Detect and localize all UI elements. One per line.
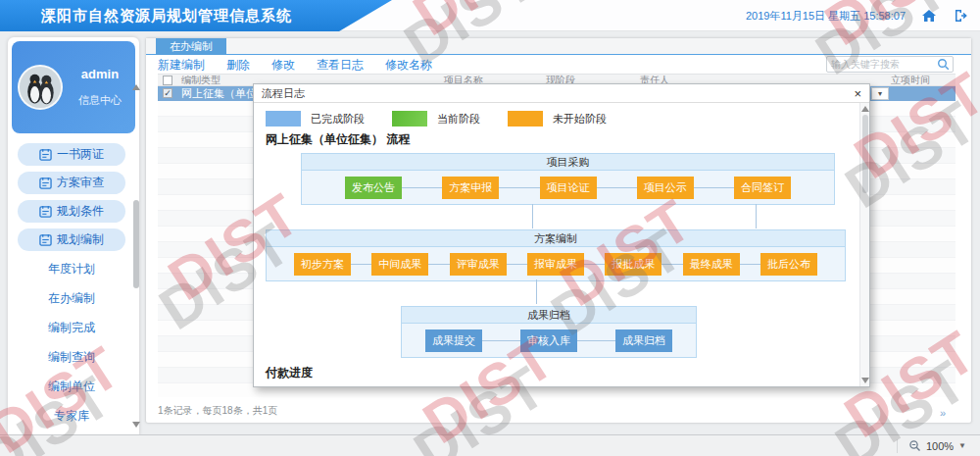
section-title: 成果归档 xyxy=(402,307,696,324)
sidebar-item-guihuatiaojian[interactable]: 规划条件 xyxy=(18,200,125,223)
search-icon[interactable] xyxy=(937,58,950,71)
dialog-content: 已完成阶段 当前阶段 未开始阶段 网上征集（单位征集） 流程 项目采购 发布公告… xyxy=(254,103,859,386)
flow-node[interactable]: 成果归档 xyxy=(615,329,672,352)
search-input[interactable] xyxy=(827,59,937,70)
sidebar-item-bianzhiwancheng[interactable]: 编制完成 xyxy=(18,316,125,339)
scrollbar-thumb[interactable] xyxy=(862,115,868,193)
legend-label: 当前阶段 xyxy=(437,112,480,127)
flow-node[interactable]: 审核入库 xyxy=(520,329,577,352)
rename-button[interactable]: 修改名称 xyxy=(385,57,432,74)
app-title: 溧阳市自然资源局规划管理信息系统 xyxy=(41,0,292,31)
user-name: admin xyxy=(81,67,119,81)
legend-swatch-current xyxy=(392,111,427,127)
sidebar-item-guihuabianzhi[interactable]: 规划编制 xyxy=(18,228,125,251)
legend-label: 已完成阶段 xyxy=(311,112,365,127)
sidebar-item-niandujihua[interactable]: 年度计划 xyxy=(18,257,125,280)
form-icon xyxy=(39,205,52,218)
legend-swatch-completed xyxy=(266,111,301,127)
section-title: 方案编制 xyxy=(267,230,845,247)
column-header: 编制类型 xyxy=(181,75,220,86)
sidebar-item-yishuliangzheng[interactable]: 一书两证 xyxy=(18,143,125,166)
avatar xyxy=(18,65,63,110)
scrollbar-thumb[interactable] xyxy=(133,200,139,288)
column-header: 立项时间 xyxy=(891,75,930,86)
scroll-up-icon[interactable] xyxy=(132,84,140,90)
form-icon xyxy=(39,148,52,161)
sidebar-item-bianzhichaxun[interactable]: 编制查询 xyxy=(18,345,125,369)
select-all-checkbox[interactable] xyxy=(163,76,172,85)
sidebar-item-zaibanbianzhi[interactable]: 在办编制 xyxy=(18,286,125,310)
tab-zaibanbianzhi[interactable]: 在办编制 xyxy=(156,38,226,55)
scroll-down-icon[interactable] xyxy=(132,422,140,428)
flow-node[interactable]: 发布公告 xyxy=(345,177,402,199)
zoom-level: 100% xyxy=(926,440,954,452)
modify-button[interactable]: 修改 xyxy=(271,57,295,74)
logout-icon[interactable] xyxy=(953,8,968,24)
close-icon[interactable]: × xyxy=(854,87,861,100)
section-results-archiving: 成果归档 成果提交 审核入库 成果归档 xyxy=(401,306,697,358)
payment-progress-title: 付款进度 xyxy=(266,365,850,381)
header-datetime: 2019年11月15日 星期五 15:58:07 xyxy=(746,9,906,24)
next-page-button[interactable]: » xyxy=(940,407,946,419)
flow-node[interactable]: 批后公布 xyxy=(760,253,817,276)
section-title: 项目采购 xyxy=(302,154,834,171)
flow-connector xyxy=(756,204,757,228)
new-compilation-button[interactable]: 新建编制 xyxy=(158,57,205,74)
user-department: 信息中心 xyxy=(78,93,122,108)
flow-connector xyxy=(532,204,533,228)
delete-button[interactable]: 删除 xyxy=(226,57,250,74)
form-icon xyxy=(39,233,52,246)
browser-status-bar: 100% ▼ xyxy=(0,434,980,456)
dialog-title: 流程日志 xyxy=(262,86,305,101)
section-project-procurement: 项目采购 发布公告 方案申报 项目论证 项目公示 合同签订 xyxy=(301,153,835,205)
flow-diagram: 项目采购 发布公告 方案申报 项目论证 项目公示 合同签订 方案编制 xyxy=(266,153,852,358)
legend-label: 未开始阶段 xyxy=(553,112,607,127)
home-icon[interactable] xyxy=(921,8,937,24)
flow-node[interactable]: 合同签订 xyxy=(734,177,791,199)
divider xyxy=(897,439,898,453)
dialog-titlebar: 流程日志 × xyxy=(254,84,869,103)
flow-node[interactable]: 方案申报 xyxy=(442,177,499,199)
view-log-button[interactable]: 查看日志 xyxy=(317,57,364,74)
process-log-dialog: 流程日志 × 已完成阶段 当前阶段 未开始阶段 网上征集（单位征集） 流程 项目… xyxy=(253,83,870,387)
row-checkbox-checked[interactable]: ✓ xyxy=(163,88,172,98)
pagination-info: 1条记录，每页18条，共1页 xyxy=(158,404,277,418)
form-icon xyxy=(39,177,52,189)
toolbar: 新建编制 删除 修改 查看日志 修改名称 xyxy=(146,55,971,75)
flow-connector xyxy=(536,279,537,304)
flow-node[interactable]: 成果提交 xyxy=(425,329,482,352)
dialog-scrollbar[interactable] xyxy=(859,103,869,386)
sidebar-item-zhuanjiaku[interactable]: 专家库 xyxy=(18,404,125,428)
flow-node[interactable]: 报审成果 xyxy=(527,253,584,276)
row-date-dropdown[interactable]: ▾ xyxy=(871,87,889,100)
legend: 已完成阶段 当前阶段 未开始阶段 xyxy=(266,108,850,129)
flow-node[interactable]: 中间成果 xyxy=(371,253,428,276)
app-header: 溧阳市自然资源局规划管理信息系统 2019年11月15日 星期五 15:58:0… xyxy=(0,0,980,31)
zoom-dropdown-icon[interactable]: ▼ xyxy=(958,441,966,450)
legend-swatch-not-started xyxy=(508,111,543,127)
sidebar-menu: 一书两证 方案审查 规划条件 规划编制 年度计划 在办编制 编制完成 编制查询 … xyxy=(12,133,135,456)
sidebar-item-fanganshencha[interactable]: 方案审查 xyxy=(18,172,125,194)
sidebar-scrollbar[interactable] xyxy=(132,84,140,428)
user-card: admin 信息中心 xyxy=(12,41,135,133)
flow-node[interactable]: 项目论证 xyxy=(540,177,597,199)
flow-node[interactable]: 最终成果 xyxy=(683,253,740,276)
zoom-icon xyxy=(908,439,921,452)
flow-node[interactable]: 报批成果 xyxy=(605,253,662,276)
flow-node[interactable]: 初步方案 xyxy=(294,253,351,276)
scroll-down-icon[interactable] xyxy=(861,378,869,383)
sidebar-item-bianzhidanwei[interactable]: 编制单位 xyxy=(18,375,125,398)
scroll-up-icon[interactable] xyxy=(861,106,869,112)
section-plan-compilation: 方案编制 初步方案 中间成果 评审成果 报审成果 报批成果 最终成果 批后公布 xyxy=(266,229,846,281)
flow-node[interactable]: 评审成果 xyxy=(450,253,507,276)
tab-strip: 在办编制 xyxy=(146,38,971,55)
search-box xyxy=(826,56,954,73)
flow-node[interactable]: 项目公示 xyxy=(637,177,694,199)
sidebar: admin 信息中心 一书两证 方案审查 规划条件 规划编制 年度计划 在办编制… xyxy=(8,37,139,439)
flow-title: 网上征集（单位征集） 流程 xyxy=(266,131,850,148)
